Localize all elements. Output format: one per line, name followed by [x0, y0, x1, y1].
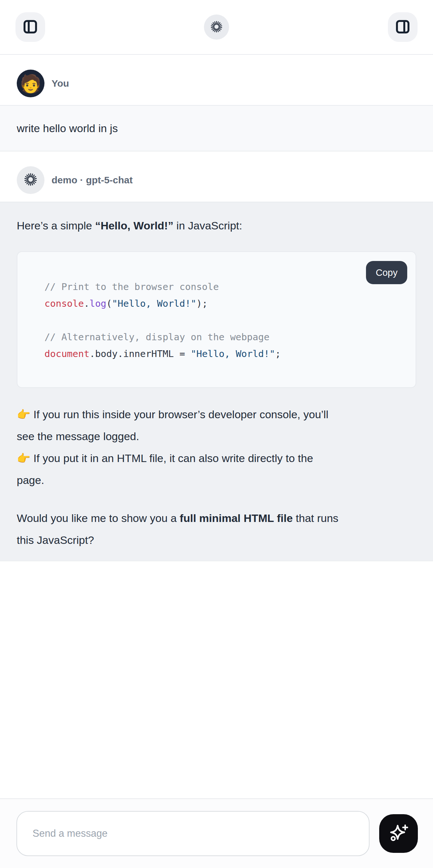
code-content: // Print to the browser consoleconsole.l… — [44, 278, 403, 362]
message-input[interactable] — [17, 811, 370, 856]
user-sender-label: You — [52, 78, 69, 89]
panel-right-icon — [394, 19, 411, 36]
user-avatar: 🧑 — [17, 70, 44, 97]
person-emoji: 🧑 — [20, 75, 41, 92]
starburst-icon — [210, 20, 223, 34]
panel-left-icon — [22, 19, 39, 36]
assistant-question-text: Would you like me to show you a full min… — [17, 507, 416, 551]
composer — [0, 798, 433, 868]
right-panel-toggle-button[interactable] — [388, 12, 417, 42]
copy-button[interactable]: Copy — [366, 261, 407, 284]
assistant-avatar — [17, 166, 44, 194]
user-message-header: 🧑 You — [0, 55, 433, 105]
assistant-intro-text: Here’s a simple “Hello, World!” in JavaS… — [17, 215, 416, 237]
starburst-icon — [23, 172, 38, 188]
assistant-sender-label: demo · gpt-5-chat — [52, 175, 133, 186]
assistant-message-header: demo · gpt-5-chat — [0, 151, 433, 202]
chat-scroll-area: 🧑 You write hello world in js — [0, 55, 433, 798]
chat-app: 🧑 You write hello world in js — [0, 0, 433, 868]
sidebar-toggle-button[interactable] — [16, 12, 45, 42]
user-message-text: write hello world in js — [17, 117, 416, 139]
send-button[interactable] — [379, 814, 418, 853]
code-block: Copy // Print to the browser consolecons… — [17, 251, 416, 388]
assistant-message: Here’s a simple “Hello, World!” in JavaS… — [0, 202, 433, 561]
empty-scroll-space — [0, 561, 433, 798]
top-bar — [0, 0, 433, 55]
assistant-tips-text: 👉 If you run this inside your browser’s … — [17, 403, 416, 491]
model-status-button[interactable] — [204, 14, 229, 40]
sparkle-icon — [388, 823, 409, 845]
user-message: write hello world in js — [0, 105, 433, 151]
